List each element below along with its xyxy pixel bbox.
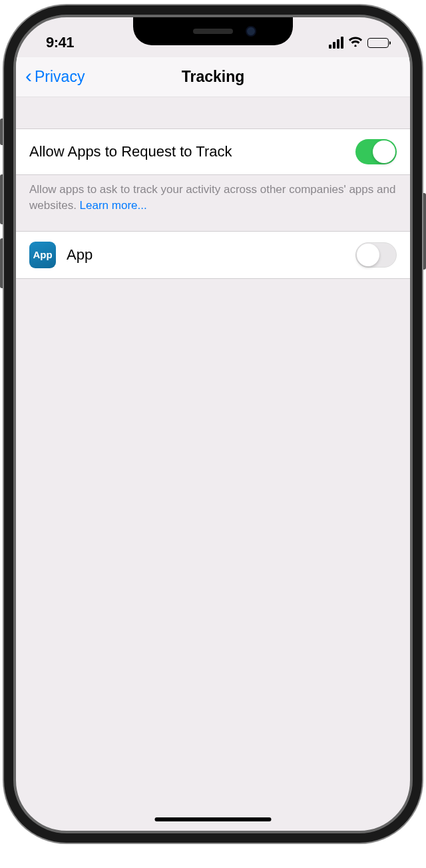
status-time: 9:41 <box>46 34 74 51</box>
app-tracking-toggle[interactable] <box>355 242 397 268</box>
tracking-description: Allow apps to ask to track your activity… <box>16 175 410 231</box>
battery-icon <box>367 38 389 48</box>
app-name-label: App <box>67 246 355 264</box>
cellular-signal-icon <box>329 37 343 49</box>
learn-more-link[interactable]: Learn more... <box>80 199 147 212</box>
device-notch <box>133 17 293 45</box>
chevron-left-icon: ‹ <box>25 66 32 86</box>
app-icon: App <box>29 242 56 268</box>
back-button-label: Privacy <box>35 68 85 86</box>
allow-tracking-row: Allow Apps to Request to Track <box>16 128 410 175</box>
allow-tracking-toggle[interactable] <box>355 139 397 164</box>
home-indicator[interactable] <box>155 817 272 821</box>
allow-tracking-label: Allow Apps to Request to Track <box>29 143 355 160</box>
back-button[interactable]: ‹ Privacy <box>16 68 85 86</box>
wifi-icon <box>348 35 363 50</box>
page-title: Tracking <box>182 68 245 86</box>
app-row: App App <box>16 231 410 279</box>
navigation-bar: ‹ Privacy Tracking <box>16 57 410 97</box>
